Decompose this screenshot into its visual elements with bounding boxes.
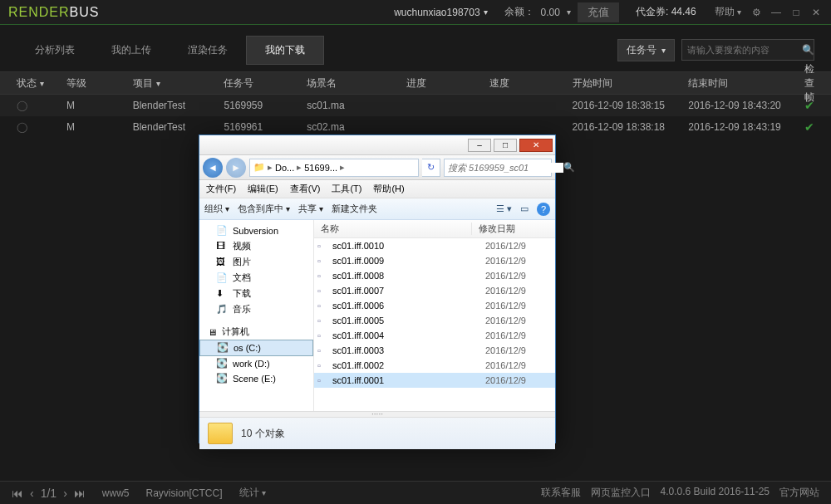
menu-tools[interactable]: 工具(T) (332, 183, 361, 195)
monitor-link[interactable]: 网页监控入口 (591, 486, 651, 500)
sidebar-item[interactable]: 📄文档 (199, 270, 313, 286)
search-input[interactable] (687, 45, 802, 55)
status-icon: ◯ (17, 121, 66, 133)
explorer-search[interactable]: 🔍 (444, 159, 552, 177)
window-close-button[interactable]: ✕ (519, 139, 553, 152)
nav-forward-button[interactable]: ► (226, 158, 246, 178)
filter-dropdown[interactable]: 任务号 ▾ (617, 39, 675, 61)
help-link[interactable]: 帮助 ▾ (715, 5, 741, 19)
sidebar-item-icon: 🎞 (216, 241, 228, 252)
sidebar-item[interactable]: ⬇下载 (199, 286, 313, 301)
resize-handle[interactable] (199, 411, 555, 418)
chevron-down-icon: ▾ (661, 46, 666, 55)
cell-level: M (66, 100, 133, 111)
sidebar-group-computer[interactable]: 🖥 计算机 (199, 322, 313, 340)
balance: 余额： 0.00 ▾ (504, 5, 571, 19)
search-icon[interactable]: 🔍 (802, 44, 814, 56)
tab-render[interactable]: 渲染任务 (170, 37, 246, 64)
nav-back-button[interactable]: ◄ (203, 158, 223, 178)
window-minimize-button[interactable]: – (468, 139, 491, 152)
menu-view[interactable]: 查看(V) (290, 183, 321, 195)
file-name: sc01.iff.0010 (332, 241, 479, 251)
file-date: 2016/12/9 (479, 375, 555, 385)
sidebar-item[interactable]: 🎞视频 (199, 238, 313, 254)
sidebar-item[interactable]: 📄Subversion (199, 223, 313, 238)
username-label: wuchunxiao198703 (394, 7, 479, 18)
site-link[interactable]: 官方网站 (779, 486, 819, 500)
minimize-icon[interactable]: — (770, 7, 783, 18)
file-row[interactable]: ▫sc01.iff.00062016/12/9 (314, 298, 555, 313)
sidebar-drive[interactable]: 💽Scene (E:) (199, 371, 313, 386)
file-row[interactable]: ▫sc01.iff.00032016/12/9 (314, 343, 555, 358)
user-dropdown[interactable]: wuchunxiao198703 ▾ (394, 7, 487, 18)
tab-upload[interactable]: 我的上传 (93, 37, 170, 64)
close-icon[interactable]: ✕ (809, 7, 823, 18)
sidebar-item-icon: 📄 (216, 225, 228, 237)
file-row[interactable]: ▫sc01.iff.00102016/12/9 (314, 238, 555, 253)
explorer-titlebar[interactable]: – □ ✕ (199, 135, 555, 155)
maximize-icon[interactable]: □ (789, 7, 803, 18)
check-ok-icon[interactable]: ✔ (804, 120, 814, 134)
folder-icon (208, 423, 233, 444)
breadcrumb[interactable]: 📁 ▸ Do... ▸ 51699... ▸ (249, 159, 419, 177)
file-name: sc01.iff.0004 (332, 330, 479, 340)
file-date: 2016/12/9 (479, 330, 555, 340)
file-row[interactable]: ▫sc01.iff.00092016/12/9 (314, 253, 555, 268)
file-row[interactable]: ▫sc01.iff.00052016/12/9 (314, 313, 555, 328)
page-prev-icon[interactable]: ‹ (30, 487, 34, 500)
file-row[interactable]: ▫sc01.iff.00012016/12/9 (314, 373, 555, 388)
view-options-icon[interactable]: ☰ ▾ (496, 203, 512, 214)
refresh-button[interactable]: ↻ (422, 159, 440, 177)
help-icon[interactable]: ? (537, 203, 550, 216)
sidebar-item[interactable]: 🖼图片 (199, 254, 313, 270)
tab-download[interactable]: 我的下载 (246, 36, 324, 65)
sidebar-item[interactable]: 🎵音乐 (199, 301, 313, 317)
filter-label: 任务号 (627, 43, 656, 57)
sidebar-item-label: 音乐 (233, 303, 251, 316)
search-icon[interactable]: 🔍 (563, 162, 575, 173)
table-row[interactable]: ◯MBlenderTest5169959sc01.ma2016-12-09 18… (0, 95, 831, 116)
menu-help[interactable]: 帮助(H) (373, 183, 404, 195)
file-row[interactable]: ▫sc01.iff.00042016/12/9 (314, 328, 555, 343)
cell-end: 2016-12-09 18:43:20 (688, 100, 804, 111)
newfolder-button[interactable]: 新建文件夹 (332, 203, 377, 215)
preview-pane-icon[interactable]: ▭ (520, 203, 529, 214)
breadcrumb-item[interactable]: 51699... (304, 163, 337, 173)
cell-project: BlenderTest (133, 100, 224, 111)
col-speed: 速度 (489, 76, 573, 91)
chevron-down-icon[interactable]: ▾ (567, 7, 571, 17)
breadcrumb-item[interactable]: Do... (275, 163, 294, 173)
organize-button[interactable]: 组织 ▾ (204, 203, 229, 215)
col-status[interactable]: 状态▾ (17, 76, 66, 91)
cell-scene: sc02.ma (307, 121, 406, 133)
recharge-button[interactable]: 充值 (578, 2, 619, 22)
include-button[interactable]: 包含到库中 ▾ (238, 203, 290, 215)
sidebar-drive[interactable]: 💽work (D:) (199, 356, 313, 371)
col-filename[interactable]: 名称 (314, 223, 472, 235)
sidebar-item-label: Subversion (233, 226, 278, 236)
page-next-icon[interactable]: › (63, 487, 67, 500)
menu-edit[interactable]: 编辑(E) (248, 183, 278, 195)
server-label: www5 (102, 487, 130, 499)
col-project[interactable]: 项目▾ (133, 76, 224, 91)
file-row[interactable]: ▫sc01.iff.00082016/12/9 (314, 268, 555, 283)
stats-link[interactable]: 统计 ▾ (239, 486, 266, 500)
voucher-value: 44.46 (671, 6, 696, 17)
settings-icon[interactable]: ⚙ (750, 7, 763, 18)
contact-link[interactable]: 联系客服 (541, 486, 581, 500)
tab-analysis[interactable]: 分析列表 (17, 37, 93, 64)
explorer-search-input[interactable] (448, 163, 563, 173)
search-box[interactable]: 🔍 (681, 39, 814, 61)
page-last-icon[interactable]: ⏭ (74, 487, 86, 500)
explorer-sidebar: 📄Subversion🎞视频🖼图片📄文档⬇下载🎵音乐 🖥 计算机 💽os (C:… (199, 220, 314, 411)
menu-file[interactable]: 文件(F) (206, 183, 236, 195)
col-filedate[interactable]: 修改日期 (472, 223, 555, 235)
share-button[interactable]: 共享 ▾ (298, 203, 323, 215)
file-row[interactable]: ▫sc01.iff.00022016/12/9 (314, 358, 555, 373)
file-row[interactable]: ▫sc01.iff.00072016/12/9 (314, 283, 555, 298)
page-first-icon[interactable]: ⏮ (12, 487, 23, 500)
file-date: 2016/12/9 (479, 345, 555, 355)
window-maximize-button[interactable]: □ (494, 139, 517, 152)
check-ok-icon[interactable]: ✔ (804, 99, 814, 112)
sidebar-drive[interactable]: 💽os (C:) (199, 340, 313, 356)
